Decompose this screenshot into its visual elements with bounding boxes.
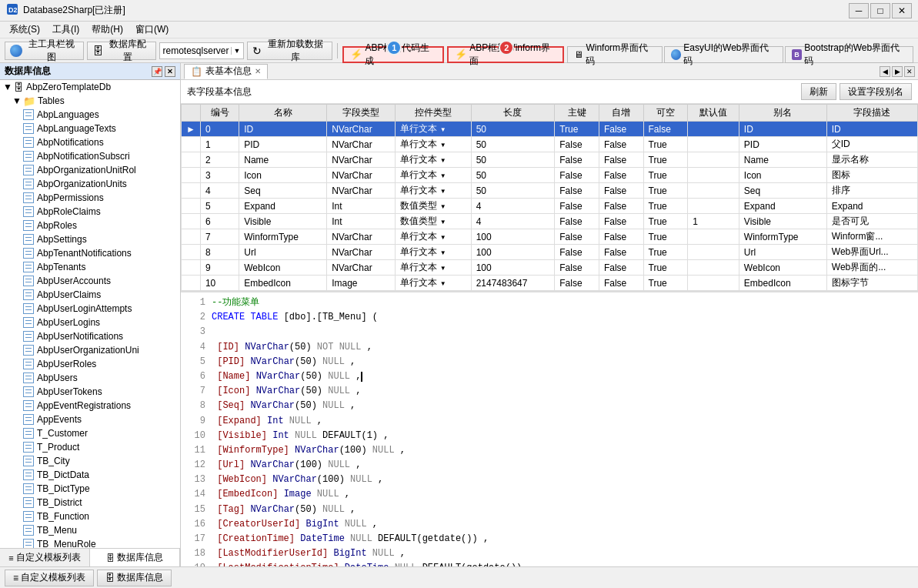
sidebar-item-appevents[interactable]: AppEvents	[0, 413, 180, 426]
sidebar-item-abproleclaims[interactable]: AbpRoleClaims	[0, 205, 180, 219]
ctrl-type-dropdown[interactable]: ▼	[440, 142, 446, 149]
sidebar-tables-group[interactable]: ▼ 📁 Tables	[0, 94, 180, 108]
refresh-button[interactable]: 刷新	[801, 83, 836, 100]
close-button[interactable]: ✕	[892, 3, 912, 18]
tab-left-button[interactable]: ◀	[880, 66, 890, 77]
table-row[interactable]: 8UrlNVarChar单行文本 ▼100FalseFalseTrueUrlWe…	[182, 245, 918, 260]
table-row[interactable]: 1PIDNVarChar单行文本 ▼50FalseFalseTruePID父ID	[182, 137, 918, 152]
table-tree-icon	[23, 248, 34, 259]
row-autoinc: False	[599, 122, 643, 137]
table-row[interactable]: 6VisibleInt数值类型 ▼4FalseFalseTrue1Visible…	[182, 214, 918, 229]
sidebar-item-appeventregistrations[interactable]: AppEventRegistrations	[0, 399, 180, 413]
db-config-button[interactable]: 🗄 数据库配置	[87, 42, 155, 60]
ctrl-type-dropdown[interactable]: ▼	[440, 249, 446, 256]
sidebar-item-abplanguagetexts[interactable]: AbpLanguageTexts	[0, 122, 180, 135]
tab-easyui-code[interactable]: EasyUI的Web界面代码	[664, 46, 783, 63]
tab-close-all-button[interactable]: ✕	[904, 66, 915, 77]
sidebar-item-abpuserorganizationuni[interactable]: AbpUserOrganizationUni	[0, 343, 180, 357]
sidebar-item-tb_function[interactable]: TB_Function	[0, 509, 180, 523]
table-tree-icon	[23, 151, 34, 162]
sidebar-item-abppermissions[interactable]: AbpPermissions	[0, 191, 180, 205]
ctrl-type-dropdown[interactable]: ▼	[440, 203, 446, 210]
sidebar-close-button[interactable]: ✕	[165, 66, 175, 77]
sidebar-item-abpuserlogins[interactable]: AbpUserLogins	[0, 316, 180, 329]
set-alias-button[interactable]: 设置字段别名	[840, 83, 912, 100]
table-row[interactable]: 4SeqNVarChar单行文本 ▼50FalseFalseTrueSeq排序	[182, 183, 918, 199]
sidebar-item-tb_city[interactable]: TB_City	[0, 454, 180, 468]
tab-right-button[interactable]: ▶	[892, 66, 903, 77]
custom-templates-button[interactable]: ≡ 自定义模板列表	[5, 570, 94, 586]
menu-tools[interactable]: 工具(I)	[46, 22, 85, 38]
sidebar-item-abpusertokens[interactable]: AbpUserTokens	[0, 385, 180, 399]
reload-button[interactable]: ↻ 重新加载数据库	[247, 42, 332, 60]
line-number: 1	[187, 296, 205, 310]
sidebar-item-tb_menu[interactable]: TB_Menu	[0, 523, 180, 537]
sidebar-item-abpusernotifications[interactable]: AbpUserNotifications	[0, 329, 180, 343]
row-name: WebIcon	[239, 260, 327, 276]
table-row[interactable]: 10EmbedIconImage单行文本 ▼2147483647FalseFal…	[182, 276, 918, 291]
sidebar-item-db[interactable]: ▼ 🗄 AbpZeroTemplateDb	[0, 80, 180, 94]
table-row[interactable]: 5ExpandInt数值类型 ▼4FalseFalseTrueExpandExp…	[182, 199, 918, 214]
menu-help[interactable]: 帮助(H)	[85, 22, 129, 38]
sidebar-title: 数据库信息	[5, 65, 51, 78]
table-name-label: AbpOrganizationUnitRol	[37, 165, 136, 175]
ctrl-type-dropdown[interactable]: ▼	[440, 157, 446, 164]
ctrl-type-dropdown[interactable]: ▼	[440, 265, 446, 272]
content-tab-active[interactable]: 📋 表基本信息 ✕	[184, 64, 268, 79]
sidebar-item-abpuserloginattempts[interactable]: AbpUserLoginAttempts	[0, 302, 180, 316]
row-num: 1	[200, 137, 239, 152]
db-info-button[interactable]: 🗄 数据库信息	[97, 570, 172, 586]
sidebar-tab-dbinfo[interactable]: 🗄 数据库信息	[90, 549, 180, 566]
table-row[interactable]: 9WebIconNVarChar单行文本 ▼100FalseFalseTrueW…	[182, 260, 918, 276]
ctrl-type-dropdown[interactable]: ▼	[440, 219, 446, 226]
ctrl-type-dropdown[interactable]: ▼	[440, 172, 446, 179]
tab-winform-code[interactable]: 🖥 Winform界面代码	[567, 46, 662, 63]
ctrl-type-dropdown[interactable]: ▼	[440, 126, 446, 133]
sidebar-item-tb_district[interactable]: TB_District	[0, 496, 180, 509]
ctrl-type-dropdown[interactable]: ▼	[440, 188, 446, 195]
sidebar-item-abpuserclaims[interactable]: AbpUserClaims	[0, 288, 180, 302]
sidebar-item-abpuserroles[interactable]: AbpUserRoles	[0, 357, 180, 371]
sidebar-item-abpsettings[interactable]: AbpSettings	[0, 232, 180, 246]
ctrl-type-dropdown[interactable]: ▼	[440, 280, 446, 287]
main-view-button[interactable]: 主工具栏视图	[5, 42, 84, 60]
sidebar-item-abpusers[interactable]: AbpUsers	[0, 371, 180, 385]
menu-system[interactable]: 系统(S)	[3, 22, 46, 38]
maximize-button[interactable]: □	[870, 3, 890, 18]
sidebar-item-abpuseraccounts[interactable]: AbpUserAccounts	[0, 274, 180, 288]
row-desc: Web界面Url...	[826, 245, 917, 260]
sidebar-pin-button[interactable]: 📌	[152, 66, 162, 77]
row-indicator	[182, 199, 201, 214]
app-icon: D2	[6, 3, 18, 18]
server-combo[interactable]: remotesqlserver ▼	[159, 42, 245, 59]
sidebar-item-abporganizationunitrol[interactable]: AbpOrganizationUnitRol	[0, 163, 180, 177]
table-row[interactable]: ►0IDNVarChar单行文本 ▼50TrueFalseFalseIDID	[182, 122, 918, 137]
table-row[interactable]: 3IconNVarChar单行文本 ▼50FalseFalseTrueIcon图…	[182, 168, 918, 183]
tab-bootstrap-code[interactable]: B Bootstrap的Web界面代码	[785, 46, 913, 63]
row-autoinc: False	[599, 245, 643, 260]
sidebar-item-t_customer[interactable]: T_Customer	[0, 426, 180, 440]
sidebar-item-t_product[interactable]: T_Product	[0, 440, 180, 454]
content-tab-close-icon[interactable]: ✕	[255, 67, 261, 75]
row-indicator	[182, 152, 201, 168]
sidebar-item-abpnotificationsubscri[interactable]: AbpNotificationSubscri	[0, 149, 180, 163]
sidebar-item-abporganizationunits[interactable]: AbpOrganizationUnits	[0, 177, 180, 191]
ctrl-type-dropdown[interactable]: ▼	[440, 234, 446, 241]
sidebar-item-abplanguages[interactable]: AbpLanguages	[0, 108, 180, 122]
sidebar-item-abpnotifications[interactable]: AbpNotifications	[0, 135, 180, 149]
sidebar-item-tb_dicttype[interactable]: TB_DictType	[0, 482, 180, 496]
tab1-container: 1 ⚡ ABP框架代码生成	[342, 38, 446, 63]
table-row[interactable]: 2NameNVarChar单行文本 ▼50FalseFalseTrueName显…	[182, 152, 918, 168]
sidebar-item-abproles[interactable]: AbpRoles	[0, 219, 180, 232]
sidebar-item-abptenantnotifications[interactable]: AbpTenantNotifications	[0, 246, 180, 260]
table-tree-icon	[23, 137, 34, 148]
menu-window[interactable]: 窗口(W)	[129, 22, 175, 38]
menu-bar: 系统(S) 工具(I) 帮助(H) 窗口(W)	[0, 22, 918, 38]
minimize-button[interactable]: ─	[849, 3, 869, 18]
code-null-keyword: NULL	[345, 519, 367, 530]
sidebar-item-tb_menurole[interactable]: TB_MenuRole	[0, 537, 180, 548]
table-row[interactable]: 7WinformTypeNVarChar单行文本 ▼100FalseFalseT…	[182, 229, 918, 245]
sidebar-tab-templates[interactable]: ≡ 自定义模板列表	[0, 549, 90, 566]
sidebar-item-abptenants[interactable]: AbpTenants	[0, 260, 180, 274]
sidebar-item-tb_dictdata[interactable]: TB_DictData	[0, 468, 180, 482]
